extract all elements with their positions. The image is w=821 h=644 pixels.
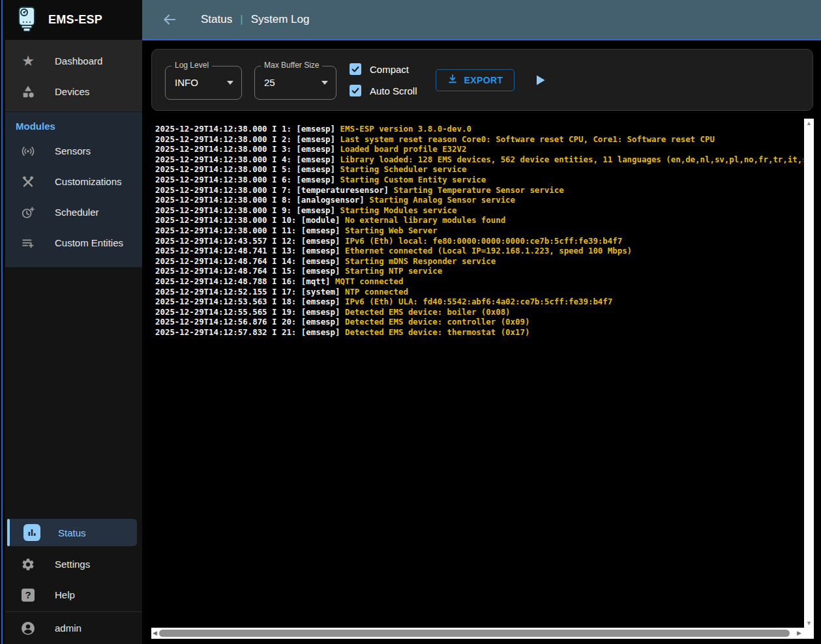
- log-line: 2025-12-29T14:12:43.557 I 12: [emsesp] I…: [155, 236, 803, 246]
- ems-esp-app: EMS-ESP ★ Dashboard Devices Modules: [0, 0, 821, 644]
- system-log-console: 2025-12-29T14:12:38.000 I 1: [emsesp] EM…: [151, 119, 814, 639]
- log-line: 2025-12-29T14:12:38.000 I 6: [emsesp] St…: [155, 175, 803, 185]
- log-line: 2025-12-29T14:12:53.563 I 18: [emsesp] I…: [155, 297, 803, 307]
- log-line: 2025-12-29T14:12:48.764 I 14: [emsesp] S…: [155, 256, 803, 267]
- sidebar-item-label: Devices: [55, 86, 89, 97]
- sidebar-item-scheduler[interactable]: Scheduler: [5, 197, 142, 227]
- scroll-left-arrow-icon[interactable]: ◀: [153, 630, 157, 636]
- sidebar-item-settings[interactable]: Settings: [5, 549, 142, 579]
- log-line: 2025-12-29T14:12:55.565 I 19: [emsesp] D…: [155, 307, 803, 317]
- download-icon: [447, 73, 458, 87]
- auto-scroll-label: Auto Scroll: [370, 85, 417, 96]
- sidebar-item-label: Sensors: [55, 145, 91, 156]
- checkbox-checked-icon: [350, 85, 361, 96]
- log-line: 2025-12-29T14:12:38.000 I 10: [module] N…: [155, 215, 803, 226]
- scroll-down-arrow-icon[interactable]: ▼: [804, 620, 814, 626]
- export-button[interactable]: EXPORT: [436, 69, 515, 91]
- sidebar-item-custom-entities[interactable]: Custom Entities: [5, 227, 142, 258]
- auto-scroll-checkbox[interactable]: Auto Scroll: [350, 85, 417, 96]
- log-toolbar: Log Level INFO Max Buffer Size 25 Compac…: [151, 49, 813, 111]
- checkbox-checked-icon: [350, 63, 361, 75]
- construction-icon: [20, 174, 36, 190]
- log-line: 2025-12-29T14:12:38.000 I 2: [emsesp] La…: [155, 134, 803, 145]
- log-line: 2025-12-29T14:12:38.000 I 8: [analogsens…: [155, 195, 803, 205]
- export-label: EXPORT: [464, 75, 503, 85]
- schedule-add-icon: [20, 205, 36, 220]
- horizontal-scrollbar[interactable]: ◀ ▶: [151, 628, 804, 639]
- star-icon: ★: [20, 53, 36, 69]
- user-label: admin: [55, 622, 82, 634]
- sidebar-item-sensors[interactable]: Sensors: [5, 136, 142, 166]
- compact-checkbox[interactable]: Compact: [350, 63, 417, 75]
- gear-icon: [20, 557, 36, 572]
- sidebar-item-label: Status: [58, 527, 86, 538]
- log-line: 2025-12-29T14:12:48.788 I 16: [mqtt] MQT…: [155, 276, 803, 287]
- sidebar-item-label: Custom Entities: [55, 237, 123, 248]
- help-icon: ?: [20, 587, 36, 603]
- app-bar: Status | System Log: [142, 0, 821, 40]
- sidebar-item-admin[interactable]: admin: [5, 612, 142, 644]
- log-level-value: INFO: [175, 77, 198, 88]
- sidebar-item-label: Help: [55, 589, 75, 600]
- chevron-down-icon: [321, 81, 328, 85]
- main-area: Status | System Log Log Level INFO Max B…: [142, 0, 821, 644]
- breadcrumb-primary[interactable]: Status: [201, 13, 232, 26]
- log-level-select[interactable]: Log Level INFO: [165, 66, 242, 100]
- log-line: 2025-12-29T14:12:56.876 I 20: [emsesp] D…: [155, 317, 803, 327]
- sidebar-item-label: Customizations: [55, 176, 122, 187]
- sidebar-item-label: Dashboard: [55, 55, 102, 66]
- playlist-add-icon: [20, 235, 36, 251]
- log-line: 2025-12-29T14:12:38.000 I 4: [emsesp] Li…: [155, 154, 803, 165]
- sensors-icon: [20, 143, 36, 159]
- log-line: 2025-12-29T14:12:38.000 I 1: [emsesp] EM…: [155, 124, 803, 134]
- category-icon: [20, 84, 36, 100]
- sidebar-main-section: ★ Dashboard Devices: [5, 40, 142, 112]
- horizontal-scroll-thumb[interactable]: [159, 630, 790, 637]
- scroll-right-arrow-icon[interactable]: ▶: [797, 630, 801, 636]
- log-output: 2025-12-29T14:12:38.000 I 1: [emsesp] EM…: [151, 119, 803, 628]
- vertical-scrollbar[interactable]: ▲ ▼: [804, 119, 814, 628]
- sidebar-item-dashboard[interactable]: ★ Dashboard: [5, 46, 142, 76]
- log-line: 2025-12-29T14:12:48.764 I 15: [emsesp] S…: [155, 266, 803, 276]
- checkbox-column: Compact Auto Scroll: [350, 63, 417, 96]
- compact-label: Compact: [370, 64, 409, 75]
- app-title: EMS-ESP: [48, 13, 102, 27]
- sidebar-spacer: [5, 267, 142, 519]
- sidebar-item-customizations[interactable]: Customizations: [5, 166, 142, 197]
- max-buffer-size-label: Max Buffer Size: [261, 61, 322, 70]
- sidebar-header: EMS-ESP: [5, 0, 142, 40]
- log-line: 2025-12-29T14:12:38.000 I 5: [emsesp] St…: [155, 164, 803, 175]
- scrollbar-corner: [804, 628, 814, 639]
- sidebar-modules-section: Modules Sensors: [5, 112, 142, 267]
- log-line: 2025-12-29T14:12:57.832 I 21: [emsesp] D…: [155, 327, 803, 338]
- page-title: System Log: [251, 13, 310, 26]
- page-content: Log Level INFO Max Buffer Size 25 Compac…: [142, 40, 821, 644]
- sidebar: EMS-ESP ★ Dashboard Devices Modules: [5, 0, 142, 644]
- log-line: 2025-12-29T14:12:52.155 I 17: [system] N…: [155, 287, 803, 297]
- chevron-down-icon: [227, 81, 233, 85]
- boiler-logo-icon: [16, 5, 38, 36]
- log-line: 2025-12-29T14:12:38.000 I 7: [temperatur…: [155, 185, 803, 196]
- log-line: 2025-12-29T14:12:38.000 I 11: [emsesp] S…: [155, 226, 803, 236]
- bar-chart-icon: [23, 524, 40, 541]
- max-buffer-size-value: 25: [264, 77, 275, 88]
- log-line: 2025-12-29T14:12:38.000 I 3: [emsesp] Lo…: [155, 144, 803, 154]
- sidebar-item-devices[interactable]: Devices: [5, 76, 142, 107]
- sidebar-item-status[interactable]: Status: [7, 519, 137, 546]
- scroll-up-arrow-icon[interactable]: ▲: [804, 120, 814, 126]
- sidebar-item-help[interactable]: ? Help: [5, 579, 142, 610]
- log-level-label: Log Level: [172, 61, 212, 70]
- log-line: 2025-12-29T14:12:38.000 I 9: [emsesp] St…: [155, 205, 803, 216]
- window-edge-strip: [0, 0, 5, 644]
- log-line: 2025-12-29T14:12:48.741 I 13: [emsesp] E…: [155, 246, 803, 256]
- sidebar-item-label: Scheduler: [55, 207, 99, 218]
- sidebar-item-label: Settings: [55, 559, 90, 570]
- account-icon: [20, 621, 36, 636]
- breadcrumb-separator: |: [240, 13, 243, 26]
- back-arrow-icon[interactable]: [162, 12, 177, 27]
- modules-section-header: Modules: [5, 112, 142, 136]
- play-icon[interactable]: [534, 74, 547, 87]
- max-buffer-size-select[interactable]: Max Buffer Size 25: [254, 66, 336, 100]
